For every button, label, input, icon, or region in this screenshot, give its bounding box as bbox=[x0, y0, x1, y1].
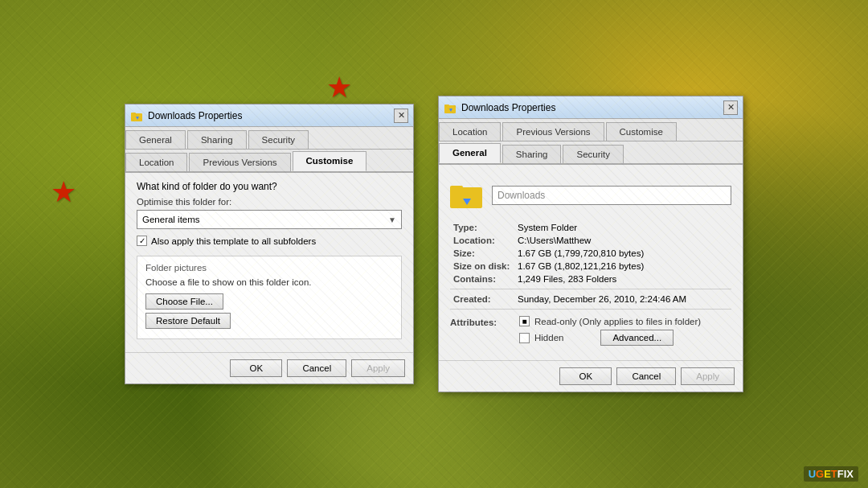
right-title-bar: Downloads Properties ✕ bbox=[439, 96, 743, 119]
section-title: What kind of folder do you want? bbox=[137, 181, 402, 192]
table-row-type: Type: System Folder bbox=[450, 221, 731, 234]
value-size: 1.67 GB (1,799,720,810 bytes) bbox=[514, 247, 731, 260]
optimise-label: Optimise this folder for: bbox=[137, 197, 402, 207]
value-location: C:\Users\Matthew bbox=[514, 234, 731, 247]
star-decoration-2: ★ bbox=[51, 175, 76, 209]
label-size: Size: bbox=[450, 247, 514, 260]
separator-row bbox=[450, 285, 731, 293]
right-tabs-row2: General Sharing Security bbox=[439, 141, 743, 165]
left-tab-general[interactable]: General bbox=[125, 130, 186, 149]
left-dialog-footer: OK Cancel Apply bbox=[125, 352, 413, 383]
left-apply-button[interactable]: Apply bbox=[351, 359, 405, 377]
right-tabs-row1: Location Previous Versions Customise bbox=[439, 119, 743, 141]
table-row-created: Created: Sunday, December 26, 2010, 2:24… bbox=[450, 293, 731, 306]
advanced-button[interactable]: Advanced... bbox=[600, 330, 674, 346]
value-sizeondisk: 1.67 GB (1,802,121,216 bytes) bbox=[514, 260, 731, 273]
hidden-label: Hidden bbox=[534, 333, 563, 342]
value-created: Sunday, December 26, 2010, 2:24:46 AM bbox=[514, 293, 731, 306]
attributes-section: Attributes: ■ Read-only (Only applies to… bbox=[450, 316, 731, 349]
right-tab-location[interactable]: Location bbox=[439, 122, 501, 141]
right-tab-security[interactable]: Security bbox=[563, 145, 624, 163]
value-contains: 1,249 Files, 283 Folders bbox=[514, 273, 731, 285]
right-dialog-icon bbox=[444, 101, 457, 114]
hidden-attr-row: Hidden Advanced... bbox=[519, 330, 701, 346]
readonly-label: Read-only (Only applies to files in fold… bbox=[534, 317, 701, 326]
label-sizeondisk: Size on disk: bbox=[450, 260, 514, 273]
info-table: Type: System Folder Location: C:\Users\M… bbox=[450, 221, 731, 313]
folder-icon bbox=[450, 181, 482, 210]
table-row-size: Size: 1.67 GB (1,799,720,810 bytes) bbox=[450, 247, 731, 260]
label-location: Location: bbox=[450, 234, 514, 247]
table-row-location: Location: C:\Users\Matthew bbox=[450, 234, 731, 247]
subfolders-checkbox-row[interactable]: ✓ Also apply this template to all subfol… bbox=[137, 236, 402, 246]
right-cancel-button[interactable]: Cancel bbox=[616, 367, 676, 385]
star-decoration-1: ★ bbox=[326, 71, 352, 105]
folder-name-input[interactable] bbox=[492, 186, 731, 205]
left-title-text: Downloads Properties bbox=[148, 110, 394, 121]
separator-row2 bbox=[450, 306, 731, 313]
left-tabs-row1: General Sharing Security bbox=[125, 127, 413, 150]
table-row-contains: Contains: 1,249 Files, 283 Folders bbox=[450, 273, 731, 285]
left-tabs-row2: Location Previous Versions Customise bbox=[125, 150, 413, 173]
right-tab-sharing[interactable]: Sharing bbox=[502, 145, 562, 163]
left-tab-prevversions[interactable]: Previous Versions bbox=[189, 153, 290, 171]
readonly-attr-row: ■ Read-only (Only applies to files in fo… bbox=[519, 316, 701, 326]
restore-default-button[interactable]: Restore Default bbox=[145, 313, 231, 329]
folder-pictures-desc: Choose a file to show on this folder ico… bbox=[145, 277, 393, 287]
table-row-sizeondisk: Size on disk: 1.67 GB (1,802,121,216 byt… bbox=[450, 260, 731, 273]
label-created: Created: bbox=[450, 293, 514, 306]
left-close-button[interactable]: ✕ bbox=[394, 109, 408, 123]
right-tab-general[interactable]: General bbox=[439, 143, 501, 163]
chevron-down-icon: ▼ bbox=[388, 215, 396, 224]
right-ok-button[interactable]: OK bbox=[559, 367, 612, 385]
left-tab-location[interactable]: Location bbox=[125, 153, 187, 171]
left-title-bar: Downloads Properties ✕ bbox=[125, 105, 413, 127]
left-dialog-icon bbox=[130, 109, 143, 122]
svg-rect-4 bbox=[444, 105, 449, 107]
left-ok-button[interactable]: OK bbox=[230, 359, 282, 377]
left-tab-customise[interactable]: Customise bbox=[293, 151, 367, 171]
optimise-select[interactable]: General items ▼ bbox=[137, 210, 402, 229]
left-tab-sharing[interactable]: Sharing bbox=[187, 130, 247, 149]
right-tab-prevversions[interactable]: Previous Versions bbox=[502, 122, 604, 141]
right-tab-customise[interactable]: Customise bbox=[606, 122, 677, 141]
right-title-text: Downloads Properties bbox=[461, 102, 723, 113]
right-dialog: Downloads Properties ✕ Location Previous… bbox=[438, 96, 743, 392]
subfolders-checkbox[interactable]: ✓ bbox=[137, 236, 147, 246]
right-apply-button[interactable]: Apply bbox=[681, 367, 735, 385]
left-cancel-button[interactable]: Cancel bbox=[287, 359, 346, 377]
left-dialog: Downloads Properties ✕ General Sharing S… bbox=[125, 104, 414, 384]
choose-file-button[interactable]: Choose File... bbox=[145, 293, 223, 310]
select-value: General items bbox=[142, 215, 200, 224]
label-contains: Contains: bbox=[450, 273, 514, 285]
readonly-checkbox[interactable]: ■ bbox=[519, 316, 530, 326]
left-tab-security[interactable]: Security bbox=[248, 130, 309, 149]
left-dialog-body: What kind of folder do you want? Optimis… bbox=[125, 173, 413, 352]
svg-rect-7 bbox=[450, 186, 463, 191]
value-type: System Folder bbox=[514, 221, 731, 234]
hidden-checkbox[interactable] bbox=[519, 333, 530, 343]
watermark: UGETFIX bbox=[804, 466, 858, 482]
folder-header bbox=[450, 173, 731, 221]
attributes-label: Attributes: bbox=[450, 316, 514, 327]
subfolders-label: Also apply this template to all subfolde… bbox=[151, 236, 316, 246]
right-dialog-body: Type: System Folder Location: C:\Users\M… bbox=[439, 165, 743, 360]
folder-pictures-box: Folder pictures Choose a file to show on… bbox=[137, 256, 402, 339]
svg-rect-1 bbox=[131, 113, 136, 115]
label-type: Type: bbox=[450, 221, 514, 234]
right-close-button[interactable]: ✕ bbox=[723, 100, 738, 115]
right-dialog-footer: OK Cancel Apply bbox=[439, 360, 743, 392]
folder-pictures-title: Folder pictures bbox=[145, 263, 393, 273]
